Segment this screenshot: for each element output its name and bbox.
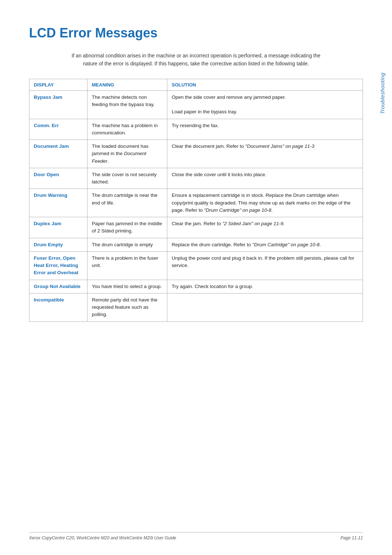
display-door-open: Door Open bbox=[29, 168, 87, 189]
meaning-fuser-error: There is a problem in the fuser unit. bbox=[87, 251, 167, 280]
meaning-comm-err: The machine has a problem in communicati… bbox=[87, 119, 167, 140]
col-header-meaning: MEANING bbox=[87, 79, 167, 90]
sidebar-label: Troubleshooting bbox=[379, 73, 385, 114]
solution-duplex-jam: Clear the jam. Refer to "2 Sided Jam" on… bbox=[167, 217, 363, 238]
display-duplex-jam: Duplex Jam bbox=[29, 217, 87, 238]
display-incompatible: Incompatible bbox=[29, 293, 87, 321]
table-row: Incompatible Remote party did not have t… bbox=[29, 293, 363, 321]
intro-paragraph: If an abnormal condition arises in the m… bbox=[65, 52, 327, 68]
meaning-drum-warning: The drum cartridge is near the end of li… bbox=[87, 189, 167, 217]
table-row: Fuser Error, Open Heat Error, Heating Er… bbox=[29, 251, 363, 280]
solution-fuser-error: Unplug the power cord and plug it back i… bbox=[167, 251, 363, 280]
meaning-group-not-available: You have tried to select a group. bbox=[87, 280, 167, 293]
display-document-jam: Document Jam bbox=[29, 140, 87, 168]
col-header-solution: SOLUTION bbox=[167, 79, 363, 90]
display-fuser-error: Fuser Error, Open Heat Error, Heating Er… bbox=[29, 251, 87, 280]
solution-incompatible bbox=[167, 293, 363, 321]
meaning-incompatible: Remote party did not have the requested … bbox=[87, 293, 167, 321]
footer-right: Page 11-11 bbox=[340, 535, 363, 540]
meaning-duplex-jam: Paper has jammed in the middle of 2 Side… bbox=[87, 217, 167, 238]
display-bypass-jam: Bypass Jam bbox=[29, 90, 87, 119]
table-row: Door Open The side cover is not securely… bbox=[29, 168, 363, 189]
table-row: Duplex Jam Paper has jammed in the middl… bbox=[29, 217, 363, 238]
table-row: Bypass Jam The machine detects non feedi… bbox=[29, 90, 363, 119]
page-container: Troubleshooting LCD Error Messages If an… bbox=[0, 0, 392, 555]
meaning-door-open: The side cover is not securely latched. bbox=[87, 168, 167, 189]
col-header-display: DISPLAY bbox=[29, 79, 87, 90]
table-header-row: DISPLAY MEANING SOLUTION bbox=[29, 79, 363, 90]
display-comm-err: Comm. Err bbox=[29, 119, 87, 140]
error-table: DISPLAY MEANING SOLUTION Bypass Jam The … bbox=[29, 79, 363, 322]
solution-door-open: Close the side cover until it locks into… bbox=[167, 168, 363, 189]
solution-group-not-available: Try again. Check location for a group. bbox=[167, 280, 363, 293]
solution-bypass-jam: Open the side cover and remove any jamme… bbox=[167, 90, 363, 119]
solution-document-jam: Clear the document jam. Refer to "Docume… bbox=[167, 140, 363, 168]
display-drum-warning: Drum Warning bbox=[29, 189, 87, 217]
page-footer: Xerox CopyCentre C20, WorkCentre M20 and… bbox=[29, 532, 363, 540]
solution-drum-warning: Ensure a replacement cartridge is in sto… bbox=[167, 189, 363, 217]
table-row: Drum Empty The drum cartridge is empty R… bbox=[29, 238, 363, 251]
meaning-bypass-jam: The machine detects non feeding from the… bbox=[87, 90, 167, 119]
solution-drum-empty: Replace the drum cartridge. Refer to "Dr… bbox=[167, 238, 363, 251]
meaning-drum-empty: The drum cartridge is empty bbox=[87, 238, 167, 251]
meaning-document-jam: The loaded document has jammed in the Do… bbox=[87, 140, 167, 168]
page-title: LCD Error Messages bbox=[29, 25, 363, 41]
table-row: Comm. Err The machine has a problem in c… bbox=[29, 119, 363, 140]
display-drum-empty: Drum Empty bbox=[29, 238, 87, 251]
display-group-not-available: Group Not Available bbox=[29, 280, 87, 293]
footer-left: Xerox CopyCentre C20, WorkCentre M20 and… bbox=[29, 535, 176, 540]
table-row: Document Jam The loaded document has jam… bbox=[29, 140, 363, 168]
solution-comm-err: Try resending the fax. bbox=[167, 119, 363, 140]
table-row: Drum Warning The drum cartridge is near … bbox=[29, 189, 363, 217]
table-row: Group Not Available You have tried to se… bbox=[29, 280, 363, 293]
